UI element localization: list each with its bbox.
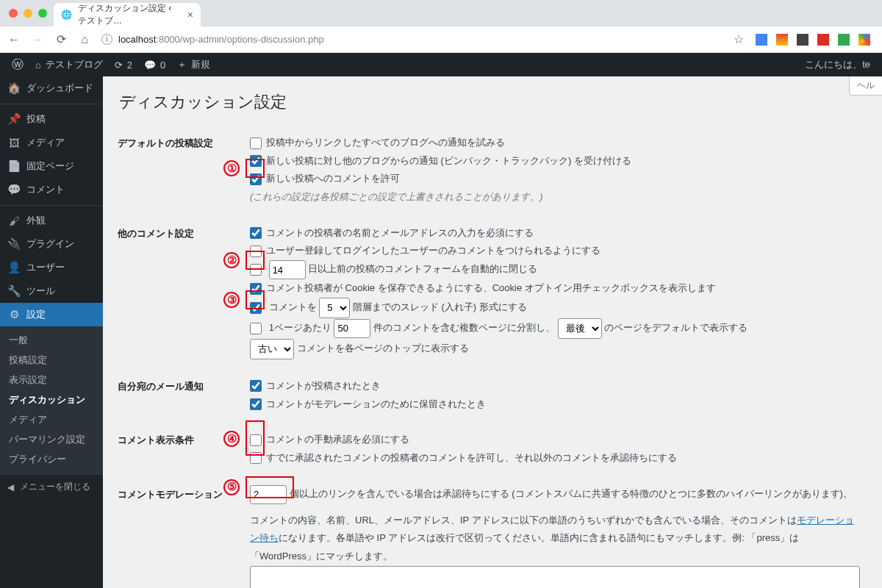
page-icon: 📄 xyxy=(7,159,21,173)
sidebar-item-media[interactable]: 🖼メディア xyxy=(0,131,103,154)
label-cookie-optin: コメント投稿者が Cookie を保存できるようにする、Cookie オプトイン… xyxy=(266,282,716,293)
annotation-num-5: ⑤ xyxy=(223,479,240,495)
browser-chrome: 🌐 ディスカッション設定 ‹ テストブ… × ← → ⟳ ⌂ i localho… xyxy=(0,0,882,53)
back-button[interactable]: ← xyxy=(7,33,21,46)
collapse-icon: ◀ xyxy=(7,482,14,492)
ext-icon-3[interactable] xyxy=(838,34,850,46)
sidebar-item-appearance[interactable]: 🖌外観 xyxy=(0,209,103,232)
submenu-permalink[interactable]: パーマリンク設定 xyxy=(0,430,103,450)
ext-icon-2[interactable] xyxy=(817,34,829,46)
label-require-name: コメントの投稿者の名前とメールアドレスの入力を必須にする xyxy=(266,227,534,238)
textarea-moderation-keys[interactable] xyxy=(250,566,860,588)
ext-translate-icon[interactable] xyxy=(756,34,767,46)
annotation-box-2 xyxy=(245,251,265,270)
window-controls[interactable] xyxy=(9,9,47,18)
checkbox-pingback[interactable] xyxy=(250,137,262,149)
submenu-discussion[interactable]: ディスカッション xyxy=(0,390,103,410)
input-auto-close-days[interactable] xyxy=(269,260,306,279)
adminbar-account[interactable]: こんにちは、te xyxy=(799,53,876,76)
collapse-label: メニューを閉じる xyxy=(20,481,90,493)
label-manual-approve: コメントの手動承認を必須にする xyxy=(266,434,409,445)
plus-icon: ＋ xyxy=(177,58,187,71)
url-field[interactable]: i localhost:8000/wp-admin/options-discus… xyxy=(101,34,722,45)
select-default-page[interactable]: 最後 xyxy=(558,318,602,339)
sidebar-item-comments[interactable]: 💬コメント xyxy=(0,178,103,201)
comment-icon: 💬 xyxy=(7,183,21,196)
annotation-box-1 xyxy=(245,159,265,178)
submenu-label: ディスカッション xyxy=(9,394,85,406)
url-path: /wp-admin/options-discussion.php xyxy=(180,34,324,45)
moderation-desc-prefix: コメントの内容、名前、URL、メールアドレス、IP アドレスに以下の単語のうちい… xyxy=(250,514,797,526)
settings-content: ヘル ディスカッション設定 デフォルトの投稿設定 投稿中からリンクしたすべてのブ… xyxy=(103,76,882,588)
sidebar-item-pages[interactable]: 📄固定ページ xyxy=(0,154,103,178)
sidebar-label: メディア xyxy=(26,136,65,149)
pin-icon: 📌 xyxy=(7,112,21,126)
adminbar-new[interactable]: ＋ 新規 xyxy=(171,53,216,76)
settings-icon: ⚙ xyxy=(7,308,21,321)
comment-icon: 💬 xyxy=(144,60,156,71)
adminbar-site-link[interactable]: ⌂ テストブログ xyxy=(29,53,109,76)
label-email-posted: コメントが投稿されたとき xyxy=(266,380,381,391)
collapse-menu[interactable]: ◀ メニューを閉じる xyxy=(0,474,103,499)
sidebar-label: ダッシュボード xyxy=(26,82,93,95)
sidebar-item-dashboard[interactable]: 🏠ダッシュボード xyxy=(0,76,103,100)
select-comment-order[interactable]: 古い xyxy=(250,339,294,359)
sidebar-label: 外観 xyxy=(26,214,46,227)
url-host: localhost xyxy=(118,34,156,45)
maximize-window-icon[interactable] xyxy=(38,9,47,18)
ext-icon[interactable] xyxy=(797,34,808,46)
label-thread-suffix: 階層までのスレッド (入れ子) 形式にする xyxy=(353,301,527,312)
label-order-suffix: コメントを各ページのトップに表示する xyxy=(297,343,469,354)
submenu-reading[interactable]: 表示設定 xyxy=(0,370,103,390)
submenu-general[interactable]: 一般 xyxy=(0,331,103,351)
sidebar-item-posts[interactable]: 📌投稿 xyxy=(0,107,103,131)
sidebar-label: 投稿 xyxy=(26,112,46,126)
minimize-window-icon[interactable] xyxy=(24,9,32,18)
user-icon: 👤 xyxy=(7,261,21,274)
home-button[interactable]: ⌂ xyxy=(78,33,91,46)
submenu-privacy[interactable]: プライバシー xyxy=(0,450,103,470)
ext-gmail-icon[interactable] xyxy=(776,34,788,46)
submenu-media[interactable]: メディア xyxy=(0,410,103,430)
checkbox-require-name[interactable] xyxy=(250,227,262,239)
annotation-box-5 xyxy=(245,476,294,498)
site-info-icon[interactable]: i xyxy=(101,34,112,45)
select-thread-depth[interactable]: 5 xyxy=(319,298,350,318)
section-email-heading: 自分宛のメール通知 xyxy=(118,370,250,423)
checkbox-email-posted[interactable] xyxy=(250,380,262,392)
moderation-desc-suffix: になります。各単語や IP アドレスは改行で区切ってください。単語内に含まれる語… xyxy=(250,532,799,562)
adminbar-updates[interactable]: ⟳ 2 xyxy=(109,53,138,76)
annotation-num-3: ③ xyxy=(223,292,240,308)
wp-logo-icon[interactable]: ⓦ xyxy=(6,53,29,76)
page-title: ディスカッション設定 xyxy=(119,91,867,113)
settings-submenu: 一般 投稿設定 表示設定 ディスカッション メディア パーマリンク設定 プライバ… xyxy=(0,326,103,474)
input-per-page[interactable] xyxy=(334,319,370,338)
sidebar-label: ツール xyxy=(26,284,55,298)
sidebar-label: ユーザー xyxy=(26,261,65,274)
help-tab[interactable]: ヘル xyxy=(849,76,882,96)
checkbox-email-moderation[interactable] xyxy=(250,398,262,410)
ext-google-icon[interactable] xyxy=(858,34,870,46)
reload-button[interactable]: ⟳ xyxy=(54,32,68,46)
close-tab-icon[interactable]: × xyxy=(187,9,193,21)
sidebar-item-users[interactable]: 👤ユーザー xyxy=(0,256,103,279)
tab-strip: 🌐 ディスカッション設定 ‹ テストブ… × xyxy=(0,0,882,26)
label-pingback: 投稿中からリンクしたすべてのブログへの通知を試みる xyxy=(266,137,505,148)
annotation-num-1: ① xyxy=(223,160,240,176)
star-icon[interactable]: ☆ xyxy=(732,32,745,46)
home-icon: ⌂ xyxy=(35,60,41,71)
wp-admin-bar: ⓦ ⌂ テストブログ ⟳ 2 💬 0 ＋ 新規 こんにちは、te xyxy=(0,53,882,76)
close-window-icon[interactable] xyxy=(9,9,18,18)
label-thread-prefix: コメントを xyxy=(269,301,317,312)
checkbox-paginate[interactable] xyxy=(250,323,262,334)
adminbar-comments[interactable]: 💬 0 xyxy=(138,53,171,76)
sidebar-item-tools[interactable]: 🔧ツール xyxy=(0,279,103,303)
browser-tab[interactable]: 🌐 ディスカッション設定 ‹ テストブ… × xyxy=(54,3,201,26)
sidebar-item-settings[interactable]: ⚙設定 xyxy=(0,303,103,326)
sidebar-label: コメント xyxy=(26,183,65,196)
submenu-writing[interactable]: 投稿設定 xyxy=(0,351,103,370)
forward-button[interactable]: → xyxy=(31,33,44,46)
adminbar-greeting: こんにちは、te xyxy=(805,58,870,71)
sidebar-item-plugins[interactable]: 🔌プラグイン xyxy=(0,232,103,256)
sidebar-label: 設定 xyxy=(26,308,46,321)
